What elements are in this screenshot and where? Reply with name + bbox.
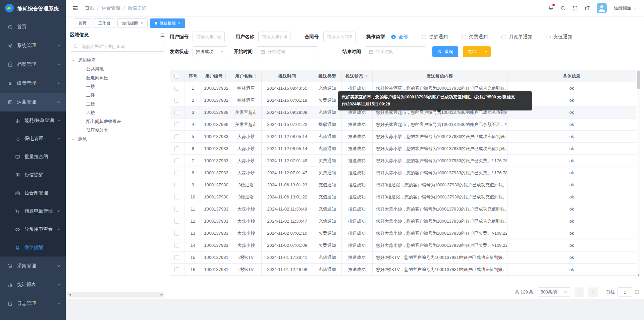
chevron-down-icon[interactable]	[481, 50, 491, 53]
user-no-input[interactable]	[193, 32, 225, 42]
sidebar-item-4[interactable]: 运营管理	[0, 93, 66, 111]
op-type-option-1[interactable]: 全部	[391, 34, 408, 40]
user-name-input[interactable]	[258, 32, 290, 42]
row-checkbox[interactable]	[174, 158, 179, 163]
row-checkbox[interactable]	[174, 219, 179, 224]
send-status-select[interactable]: 推送成功	[193, 46, 227, 57]
table-row: 910001379303楼足浴2024-11-06 13:01:23充值通知推送…	[170, 179, 636, 191]
topbar: 首页/运营管理/微信提醒 TT 远能锦座	[66, 0, 644, 16]
sidebar-item-8[interactable]: 后台管理	[0, 313, 66, 320]
sidebar-item-6[interactable]: 统计报表	[0, 275, 66, 294]
row-checkbox[interactable]	[174, 207, 179, 212]
cell: 大蒜小炒	[231, 239, 261, 252]
sort-icon[interactable]	[224, 74, 227, 78]
filter-funnel-icon[interactable]	[365, 74, 368, 78]
user-menu[interactable]: 远能锦座	[614, 5, 637, 11]
tab-4[interactable]: 微信提醒×	[150, 18, 185, 28]
tab-3[interactable]: 短信提醒×	[117, 18, 148, 28]
close-icon[interactable]: ×	[141, 21, 143, 25]
row-checkbox[interactable]	[174, 183, 179, 187]
row-checkbox[interactable]	[174, 122, 179, 127]
scroll-down-icon[interactable]: ▼	[637, 274, 640, 277]
sidebar-item-4-0[interactable]: 能耗/账单查询	[0, 111, 66, 130]
tree-node[interactable]: 一楼	[70, 82, 165, 91]
sidebar-item-1[interactable]: 系统管理	[0, 36, 66, 55]
close-icon[interactable]: ×	[178, 21, 180, 25]
cell: 翰林酒店	[231, 82, 261, 94]
tree-node[interactable]: 公共用电	[70, 65, 165, 74]
collapse-sidebar-icon[interactable]	[72, 5, 78, 11]
tree-node[interactable]: ▸测试	[70, 135, 165, 143]
export-button[interactable]: 导出	[463, 46, 491, 57]
query-button[interactable]: 查询	[432, 46, 458, 57]
column-header: 推送类型	[313, 70, 341, 82]
sidebar-item-7[interactable]: 日志管理	[0, 294, 66, 313]
next-page-button[interactable]: ›	[588, 287, 598, 297]
table-vertical-scrollbar[interactable]: ▼	[637, 70, 640, 277]
row-checkbox[interactable]	[174, 98, 179, 103]
scrollbar-thumb[interactable]	[637, 71, 640, 89]
row-checkbox[interactable]	[174, 267, 179, 272]
row-checkbox[interactable]	[174, 146, 179, 151]
cell: ok	[507, 227, 636, 239]
sidebar-item-4-2[interactable]: 批量拉合闸	[0, 148, 66, 166]
start-time-input[interactable]: 开始时间	[257, 46, 318, 57]
tree-node[interactable]: 配电间高压	[70, 74, 165, 82]
font-size-icon[interactable]: TT	[585, 5, 590, 11]
op-type-option-4[interactable]: 月账单通知	[501, 34, 532, 40]
tab-1[interactable]: 首页	[74, 18, 91, 28]
contract-input[interactable]	[323, 32, 356, 42]
page-size-select[interactable]: 500条/页	[538, 287, 570, 297]
sidebar-item-4-1[interactable]: 保电管理	[0, 130, 66, 148]
fullscreen-icon[interactable]	[573, 6, 578, 11]
end-time-input[interactable]: 结束时间	[365, 46, 426, 57]
cell: 您好3楼足浴，您的客户编号为1000137930的账户已成功充值到账。/...	[372, 191, 507, 203]
row-checkbox[interactable]	[174, 195, 179, 199]
op-type-option-2[interactable]: 提醒通知	[422, 34, 448, 40]
sidebar-item-4-3[interactable]: 短信提醒	[0, 166, 66, 184]
tree-node[interactable]: 三楼	[70, 100, 165, 108]
sidebar-item-4-4[interactable]: 拉合闸管理	[0, 184, 66, 202]
tree-search-input[interactable]	[81, 44, 161, 49]
search-icon[interactable]	[560, 6, 566, 11]
cell: ok	[507, 239, 636, 252]
row-checkbox[interactable]	[174, 110, 179, 115]
select-all-checkbox[interactable]	[174, 74, 179, 79]
sidebar-item-label: 异常用电查看	[24, 226, 57, 232]
sidebar-item-2[interactable]: 档案管理	[0, 55, 66, 74]
page-number-input[interactable]	[618, 287, 632, 297]
cell: 2024-11-12 08:05:14	[261, 143, 313, 155]
sidebar-item-0[interactable]: 首页	[0, 17, 66, 36]
row-checkbox[interactable]	[174, 243, 179, 248]
row-checkbox[interactable]	[174, 231, 179, 236]
tree-node[interactable]: 四楼	[70, 108, 165, 117]
breadcrumb-item[interactable]: 微信提醒	[128, 5, 147, 11]
sidebar-item-5[interactable]: 采集管理	[0, 257, 66, 275]
scroll-left-icon[interactable]: ◀	[69, 293, 71, 296]
breadcrumb-item[interactable]: 运营管理	[102, 5, 120, 11]
tree-node[interactable]: ▾远能锦座	[70, 56, 165, 65]
active-tab-dot	[155, 22, 157, 25]
prev-page-button[interactable]: ‹	[575, 287, 584, 297]
breadcrumb-item[interactable]: 首页	[85, 5, 94, 11]
scroll-right-icon[interactable]: ▶	[161, 293, 163, 296]
list-icon[interactable]	[160, 33, 165, 38]
sidebar-item-4-6[interactable]: 异常用电查看	[0, 220, 66, 238]
tree-horizontal-scrollbar[interactable]: ◀ ▶	[67, 292, 164, 298]
row-checkbox[interactable]	[174, 255, 179, 260]
bell-icon[interactable]	[548, 5, 553, 11]
op-type-option-5[interactable]: 充值通知	[546, 34, 572, 40]
row-checkbox[interactable]	[174, 86, 179, 91]
tree-node[interactable]: 低压侧总表	[70, 126, 165, 135]
avatar[interactable]	[597, 3, 607, 13]
tab-2[interactable]: 工作台	[94, 18, 115, 28]
sort-icon[interactable]	[254, 74, 257, 78]
tree-node[interactable]: 配电间其他收费表	[70, 117, 165, 126]
row-checkbox[interactable]	[174, 171, 179, 175]
sidebar-item-3[interactable]: ¥缴费管理	[0, 74, 66, 93]
row-checkbox[interactable]	[174, 134, 179, 139]
op-type-option-3[interactable]: 欠费通知	[462, 34, 488, 40]
sidebar-item-4-5[interactable]: 赠送电量管理	[0, 202, 66, 220]
sidebar-item-4-7[interactable]: 微信提醒	[0, 238, 66, 257]
tree-node[interactable]: 二楼	[70, 91, 165, 100]
